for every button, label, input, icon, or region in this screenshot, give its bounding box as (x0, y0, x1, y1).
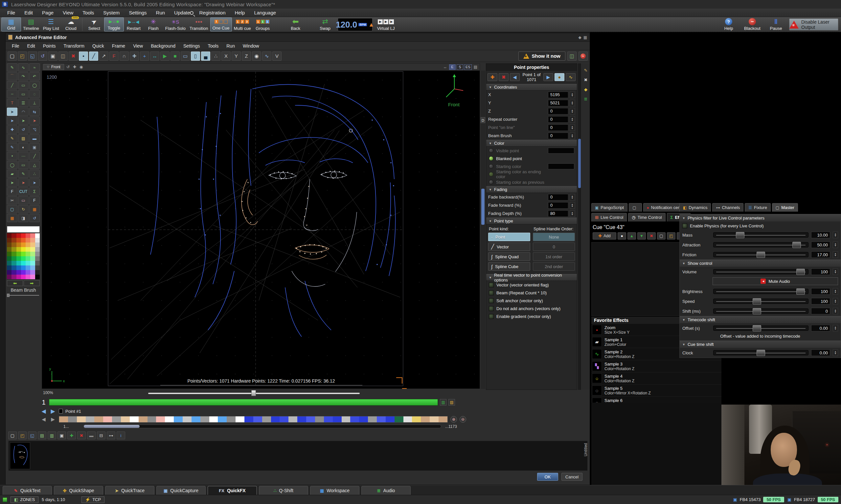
palette-gray[interactable] (35, 270, 40, 275)
value-input[interactable]: 0 (548, 202, 568, 209)
point-kind-button[interactable]: ∫Spline Cube (488, 262, 530, 271)
palette-color[interactable] (16, 266, 21, 270)
spinner[interactable]: ▲▼ (570, 100, 575, 106)
prev-point-button[interactable]: ◀ (510, 73, 520, 81)
flash-solo-button[interactable]: ✳SFlash-Solo (163, 17, 188, 32)
groups-button[interactable]: 111Groups (253, 17, 273, 32)
add-effect-button[interactable]: ✚Add (593, 232, 616, 239)
palette-color[interactable] (12, 261, 16, 266)
grid-button[interactable]: ▦Grid (1, 17, 21, 32)
section-realtime[interactable]: ▼Real time vector to point conversion op… (486, 274, 577, 281)
palette-color[interactable] (12, 270, 16, 275)
line-mode-icon[interactable]: ╱ (89, 52, 98, 61)
lasso-tool[interactable]: ◠ (18, 108, 29, 116)
palette-next-button[interactable]: ➡ (24, 280, 40, 286)
props-scrollbar[interactable] (578, 63, 581, 390)
show-control-header[interactable]: ▼Show control (680, 259, 841, 267)
swap-select-tool[interactable]: ⇆ (29, 108, 40, 116)
editor-menu-item[interactable]: Tools (204, 43, 222, 49)
save-icon[interactable]: ◱ (28, 52, 37, 61)
point-color-strip[interactable] (59, 416, 448, 422)
film-color-icon[interactable]: ▨ (448, 399, 455, 406)
slider-value[interactable]: 17.00 (811, 251, 830, 258)
palette-color[interactable] (30, 247, 35, 252)
slider-track[interactable] (713, 308, 808, 314)
new-frame-icon[interactable]: ▢ (8, 431, 17, 439)
spinner[interactable]: ▲▼ (833, 325, 838, 331)
palette-gray[interactable] (35, 247, 40, 252)
line-tool[interactable]: ╱ (7, 81, 17, 89)
palette-color[interactable] (30, 252, 35, 256)
swap-button[interactable]: ⇄Swap (315, 17, 335, 32)
zoom-slider-handle[interactable] (251, 390, 256, 396)
spinner[interactable]: ▲▼ (570, 124, 575, 131)
contrast-tool[interactable]: ◐ (18, 143, 29, 151)
fill-tool[interactable]: ▰ (7, 169, 17, 178)
move-down-icon[interactable]: ▼ (637, 232, 646, 239)
radio-led[interactable] (489, 156, 494, 161)
palette-color[interactable] (30, 256, 35, 261)
checkbox-led[interactable] (489, 314, 494, 319)
point-kind-button[interactable]: ∫Spline Quad (488, 252, 530, 261)
key-icon[interactable]: ⊶ (107, 431, 115, 439)
add-icon[interactable]: ✚ (67, 431, 76, 439)
zoom-in-strip-icon[interactable]: ⊕ (450, 416, 457, 422)
radio-led[interactable] (489, 148, 494, 153)
palette-color[interactable] (7, 247, 12, 252)
palette-gray[interactable] (35, 261, 40, 266)
palette-color[interactable] (7, 261, 12, 266)
point-display-button[interactable]: ● (554, 73, 564, 81)
polygon-tool[interactable]: △ (29, 161, 40, 169)
menu-item[interactable]: Language (250, 9, 280, 16)
slider-track[interactable] (713, 232, 808, 237)
cue-time-shift-header[interactable]: ▼Cue time shift (680, 341, 841, 348)
toggle-button[interactable]: ▶↔■Toggle (104, 17, 124, 32)
ellipse-shape-tool[interactable]: ◯ (7, 161, 17, 169)
one-cue-button[interactable]: 1One Cue (210, 17, 232, 32)
delete-icon[interactable]: ✖ (69, 52, 78, 61)
new-page-icon[interactable]: ▢ (657, 232, 666, 239)
slider-value[interactable]: 0.00 (811, 349, 830, 356)
next-frame-button[interactable]: ▶ (50, 408, 56, 415)
slider-track[interactable] (713, 325, 808, 331)
palette-color[interactable] (21, 256, 25, 261)
spinner[interactable]: ▲▼ (833, 232, 838, 238)
info-icon[interactable]: i (117, 431, 125, 439)
editor-menu-item[interactable]: Run (223, 43, 239, 49)
current-color-swatch[interactable] (7, 226, 40, 233)
view-tab-front[interactable]: ▽Front (44, 64, 64, 70)
new-frame-icon[interactable]: ▢ (7, 52, 17, 61)
section-color[interactable]: ▼Color (486, 140, 577, 147)
lock-y-icon[interactable]: Y (231, 52, 241, 61)
strip-prev-button[interactable]: ◀ (40, 416, 47, 422)
slider-value[interactable]: 100 (811, 298, 830, 305)
grid-a-tool[interactable]: ▦ (29, 205, 40, 213)
lock-icon[interactable]: ⊟ (97, 431, 105, 439)
palette-prev-button[interactable]: ⬅ (7, 280, 23, 286)
section-fading[interactable]: ▼Fading (486, 186, 577, 193)
palette-color[interactable] (30, 261, 35, 266)
baseline-tool[interactable]: ⊥ (29, 99, 40, 107)
ok-button[interactable]: OK (537, 473, 558, 481)
menu-item[interactable]: System (99, 9, 123, 16)
help-button[interactable]: ?Help (717, 17, 740, 32)
spline-order-button[interactable]: 2nd order (533, 262, 575, 271)
palette-color[interactable] (25, 238, 30, 242)
next-point-button[interactable]: ▶ (543, 73, 553, 81)
palette-color[interactable] (30, 242, 35, 247)
spinner[interactable]: ▲▼ (570, 92, 575, 98)
palette-color[interactable] (7, 256, 12, 261)
slider-value[interactable]: 100 (811, 288, 830, 295)
knife-tool[interactable]: ✎ (7, 143, 17, 151)
palette-color[interactable] (25, 247, 30, 252)
rectangle-tool[interactable]: ▭ (18, 81, 29, 89)
spinner[interactable]: ▲▼ (570, 108, 575, 114)
paste-icon[interactable]: ◫ (58, 52, 68, 61)
frame-thumbnail[interactable] (10, 442, 30, 469)
menu-item[interactable]: Registration (195, 9, 229, 16)
palette-color[interactable] (16, 242, 21, 247)
palette-color[interactable] (30, 275, 35, 279)
sum-tool[interactable]: Σ (29, 187, 40, 196)
section-coordinates[interactable]: ▼Coordinates (486, 84, 577, 91)
dotted-rect-tool[interactable]: ▭ (18, 90, 29, 98)
